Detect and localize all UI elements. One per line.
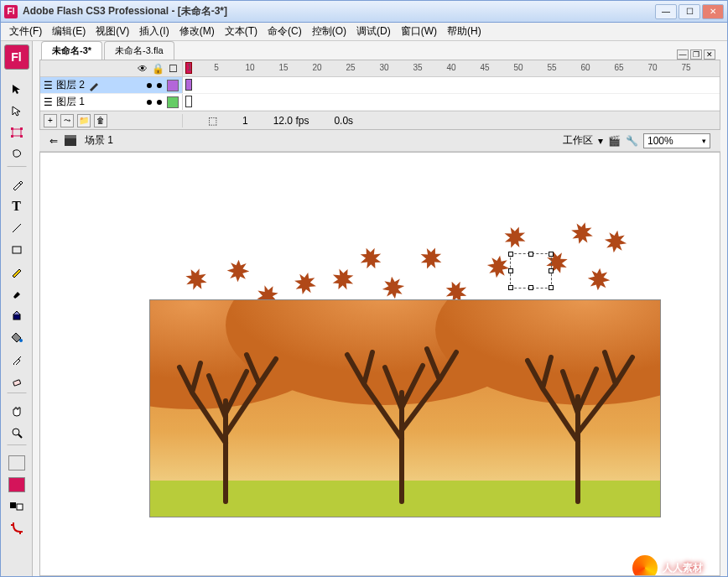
lock-column-icon[interactable]: 🔒 (152, 63, 164, 75)
menu-view[interactable]: 视图(V) (92, 23, 133, 40)
tool-divider (7, 166, 27, 173)
layer-color-swatch[interactable] (167, 80, 179, 91)
app-window: Fl Adobe Flash CS3 Professional - [未命名-3… (0, 0, 728, 577)
edit-symbols-icon[interactable]: 🔧 (626, 135, 638, 147)
workspace-dropdown-icon[interactable]: ▾ (598, 135, 603, 147)
frame-rate: 12.0 fps (273, 115, 309, 127)
resize-handle[interactable] (508, 268, 513, 273)
new-layer-button[interactable]: + (44, 114, 57, 127)
menu-insert[interactable]: 插入(I) (136, 23, 172, 40)
doc-min-button[interactable]: — (677, 49, 689, 60)
layer-row[interactable]: ☰ 图层 1 (40, 94, 720, 111)
line-tool[interactable] (5, 218, 29, 238)
tool-divider-3 (7, 444, 27, 451)
maple-leaf-icon[interactable] (224, 257, 252, 284)
lasso-tool[interactable] (5, 144, 29, 164)
stroke-color[interactable] (5, 453, 29, 473)
maple-leaf-icon[interactable] (325, 262, 361, 297)
resize-handle[interactable] (549, 285, 554, 290)
menu-modify[interactable]: 修改(M) (176, 23, 218, 40)
menu-file[interactable]: 文件(F) (6, 23, 45, 40)
maple-leaf-icon[interactable] (565, 216, 598, 249)
paint-bucket-tool[interactable] (5, 327, 29, 347)
visibility-dot[interactable] (147, 83, 152, 88)
doc-restore-button[interactable]: ❐ (690, 49, 702, 60)
pencil-tool[interactable] (5, 262, 29, 282)
maple-leaf-icon[interactable] (497, 220, 532, 254)
selection-tool[interactable] (5, 79, 29, 99)
ruler-tick: 5 (214, 63, 219, 72)
ink-bottle-tool[interactable] (5, 305, 29, 325)
pen-tool[interactable] (5, 174, 29, 195)
layer-frames[interactable] (183, 77, 720, 93)
visibility-column-icon[interactable]: 👁 (137, 63, 148, 75)
svg-rect-4 (20, 135, 23, 138)
window-title: Adobe Flash CS3 Professional - [未命名-3*] (23, 4, 227, 18)
layer-color-swatch[interactable] (167, 96, 179, 108)
layer-frames[interactable] (183, 94, 720, 110)
outline-column-icon[interactable]: ☐ (167, 63, 179, 75)
maple-leaf-icon[interactable] (289, 268, 322, 300)
eraser-tool[interactable] (5, 371, 29, 391)
resize-handle[interactable] (508, 252, 513, 257)
keyframe-icon[interactable] (185, 96, 192, 107)
selection-box[interactable] (510, 253, 552, 288)
maximize-button[interactable]: ☐ (679, 4, 700, 19)
free-transform-tool[interactable] (5, 122, 29, 143)
ruler-tick: 50 (513, 63, 523, 72)
svg-rect-6 (13, 247, 21, 253)
delete-layer-button[interactable]: 🗑 (94, 114, 107, 127)
maple-leaf-icon[interactable] (601, 226, 632, 257)
maple-leaf-icon[interactable] (353, 241, 388, 276)
menu-help[interactable]: 帮助(H) (444, 23, 485, 40)
menu-debug[interactable]: 调试(D) (353, 23, 394, 40)
resize-handle[interactable] (549, 268, 554, 273)
doc-tab-inactive[interactable]: 未命名-3.fla (104, 41, 174, 60)
ruler-tick: 60 (580, 63, 590, 72)
maple-leaf-icon[interactable] (178, 261, 214, 297)
layer-row[interactable]: ☰ 图层 2 (40, 77, 720, 94)
new-motion-guide-button[interactable]: ⤳ (60, 114, 74, 127)
subselection-tool[interactable] (5, 101, 29, 121)
minimize-button[interactable]: — (655, 4, 677, 19)
hand-tool[interactable] (5, 401, 29, 421)
doc-close-button[interactable]: ✕ (704, 49, 715, 60)
rectangle-tool[interactable] (5, 240, 29, 260)
visibility-dot[interactable] (147, 100, 152, 105)
scene-name[interactable]: 场景 1 (85, 133, 113, 148)
zoom-combo[interactable]: 100% (643, 133, 710, 148)
keyframe-icon[interactable] (185, 79, 192, 91)
resize-handle[interactable] (508, 285, 513, 290)
new-folder-button[interactable]: 📁 (77, 114, 91, 127)
snap-to-objects-icon[interactable] (5, 518, 29, 538)
eyedropper-tool[interactable] (5, 349, 29, 369)
color-swap-icon[interactable] (5, 496, 29, 517)
menu-commands[interactable]: 命令(C) (264, 23, 305, 40)
zoom-tool[interactable] (5, 423, 29, 443)
text-tool[interactable]: T (5, 196, 29, 216)
ruler-tick: 15 (278, 63, 288, 72)
menu-edit[interactable]: 编辑(E) (49, 23, 89, 40)
stage[interactable]: 人人素材 (39, 152, 720, 576)
maple-leaf-icon[interactable] (413, 241, 449, 276)
frames-ruler[interactable]: 151015202530354045505560657075 (183, 60, 720, 76)
maple-leaf-icon[interactable] (585, 265, 614, 294)
onion-skin-icon[interactable]: ⬚ (208, 115, 217, 127)
resize-handle[interactable] (528, 252, 533, 257)
edit-scene-icon[interactable]: 🎬 (608, 135, 621, 147)
menu-window[interactable]: 窗口(W) (398, 23, 440, 40)
lock-dot[interactable] (157, 83, 162, 88)
doc-tab-active[interactable]: 未命名-3* (41, 41, 102, 60)
lock-dot[interactable] (157, 100, 162, 105)
resize-handle[interactable] (549, 252, 554, 257)
fill-color[interactable] (5, 475, 29, 495)
workspace-label[interactable]: 工作区 (563, 133, 593, 148)
brush-tool[interactable] (5, 283, 29, 304)
menu-text[interactable]: 文本(T) (221, 23, 261, 40)
ruler-tick: 65 (614, 63, 623, 72)
maple-leaf-icon[interactable] (378, 273, 408, 303)
back-icon[interactable]: ⇐ (49, 135, 58, 147)
resize-handle[interactable] (528, 285, 533, 290)
close-button[interactable]: ✕ (702, 4, 724, 19)
menu-control[interactable]: 控制(O) (309, 23, 350, 40)
